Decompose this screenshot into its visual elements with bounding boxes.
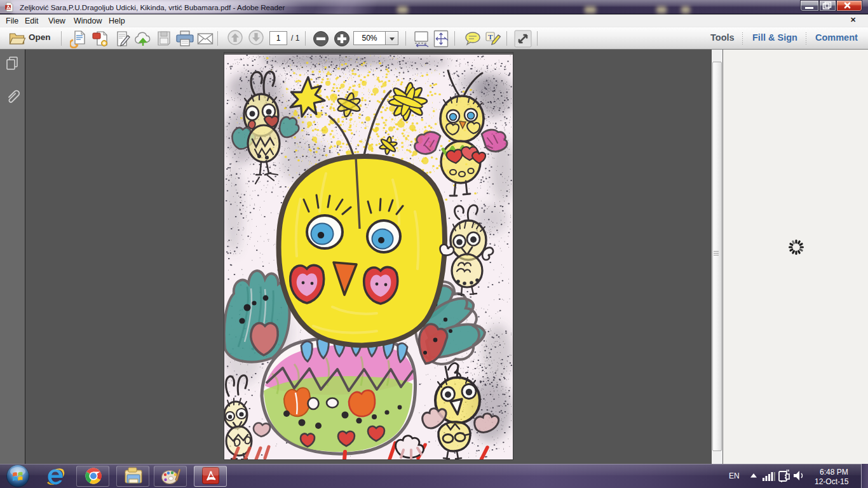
- svg-text:T: T: [488, 33, 493, 41]
